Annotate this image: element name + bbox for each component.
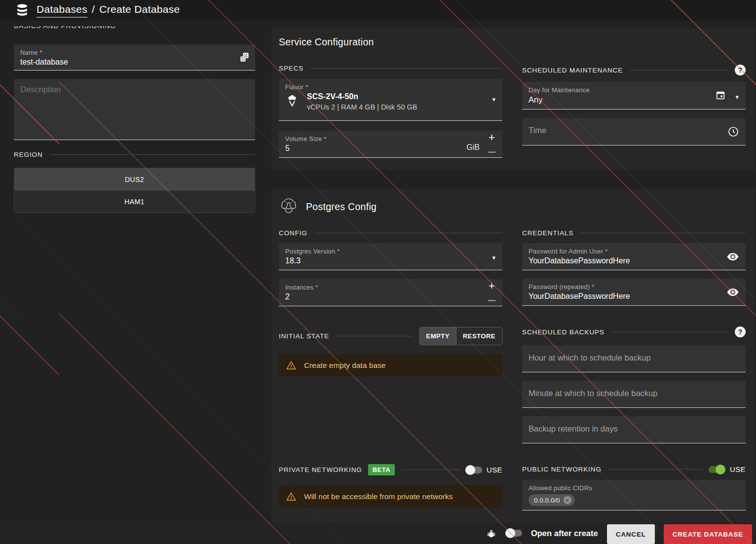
scheduled-maintenance-section: SCHEDULED MAINTENANCE ?: [522, 65, 746, 75]
maintenance-time-input[interactable]: [522, 118, 715, 143]
public-networking-section: PUBLIC NETWORKING USE: [522, 465, 746, 473]
instances-label: Instances *: [279, 279, 502, 291]
footer-action-bar: Open after create CANCEL CREATE DATABASE: [0, 522, 756, 544]
cancel-button[interactable]: CANCEL: [607, 524, 655, 544]
initial-state-restore-tab[interactable]: RESTORE: [456, 327, 502, 345]
password-visibility-eye-icon[interactable]: [726, 252, 739, 262]
public-networking-toggle[interactable]: [709, 466, 725, 473]
postgres-version-caret-icon[interactable]: ▾: [492, 254, 495, 261]
public-networking-label: PUBLIC NETWORKING: [522, 466, 602, 473]
open-after-create-toggle[interactable]: [505, 530, 522, 537]
admin-password-input[interactable]: [522, 255, 710, 270]
maintenance-day-select[interactable]: Day for Maintenance Any ▾: [522, 82, 746, 109]
volume-increment-icon[interactable]: +: [489, 133, 495, 143]
breadcrumb-separator: /: [92, 3, 95, 15]
postgres-version-label: Postgres Version *: [279, 243, 502, 255]
private-networking-toggle[interactable]: [465, 467, 482, 473]
create-database-button[interactable]: CREATE DATABASE: [664, 524, 752, 544]
config-section: CONFIG: [279, 229, 502, 237]
credentials-section: CREDENTIALS: [522, 229, 746, 237]
region-option-ham1[interactable]: HAM1: [14, 190, 255, 213]
flavor-icecream-icon: [285, 93, 299, 110]
instances-input[interactable]: [279, 291, 456, 306]
postgres-elephant-icon: [279, 197, 299, 217]
scheduled-backups-section: SCHEDULED BACKUPS ?: [522, 326, 746, 337]
breadcrumb-databases-link[interactable]: Databases: [37, 3, 87, 18]
flavor-caret-icon[interactable]: ▾: [492, 96, 495, 103]
backup-retention-field[interactable]: [522, 416, 746, 443]
postgres-version-select[interactable]: Postgres Version * ▾: [279, 243, 502, 270]
postgres-config-title: Postgres Config: [306, 201, 377, 213]
basics-panel: BASICS AND PROVISIONING Name * REGION DU…: [14, 26, 255, 213]
allowed-cidrs-field[interactable]: Allowed public CIDRs 0.0.0.0/0 ✕: [522, 480, 746, 510]
private-networking-warning: Will not be accessible from private netw…: [279, 485, 502, 508]
instances-field[interactable]: Instances * + —: [279, 279, 502, 306]
open-after-create-label: Open after create: [531, 529, 598, 538]
service-configuration-title: Service Configuration: [279, 28, 748, 48]
description-field[interactable]: [14, 79, 255, 140]
clock-icon[interactable]: [727, 126, 739, 138]
breadcrumb: Databases / Create Database: [37, 3, 180, 18]
description-input[interactable]: [14, 79, 255, 140]
maintenance-day-caret-icon[interactable]: ▾: [735, 93, 739, 101]
volume-stepper: + —: [488, 133, 495, 155]
backups-help-icon[interactable]: ?: [735, 326, 746, 337]
backup-retention-input[interactable]: [522, 416, 746, 441]
volume-unit: GiB: [466, 143, 480, 152]
service-configuration-card: Service Configuration SPECS Flavor *: [271, 28, 755, 170]
postgres-version-input[interactable]: [279, 255, 466, 270]
flavor-details: vCPUs 2 | RAM 4 GB | Disk 50 GB: [307, 103, 417, 111]
instances-stepper: + —: [488, 281, 495, 304]
initial-state-label: INITIAL STATE: [279, 332, 329, 340]
name-input[interactable]: [14, 56, 226, 71]
admin-password-label: Password for Admin User *: [522, 243, 746, 255]
region-section-label: REGION: [14, 151, 43, 158]
maintenance-help-icon[interactable]: ?: [735, 65, 746, 75]
maintenance-day-label: Day for Maintenance: [522, 82, 746, 94]
backup-minute-field[interactable]: [522, 381, 746, 408]
basics-section-label-clipped: BASICS AND PROVISIONING: [14, 26, 255, 32]
volume-size-label: Volume Size *: [279, 131, 502, 143]
initial-state-section: INITIAL STATE EMPTY RESTORE: [279, 327, 502, 345]
page-title: Create Database: [99, 3, 180, 15]
initial-state-segmented: EMPTY RESTORE: [419, 327, 502, 345]
private-networking-label: PRIVATE NETWORKING: [279, 466, 362, 473]
cidr-chip-remove-icon[interactable]: ✕: [564, 496, 571, 504]
initial-state-empty-tab[interactable]: EMPTY: [420, 327, 456, 345]
repeat-password-label: Password (repeated) *: [522, 279, 746, 290]
postgres-config-card: Postgres Config CONFIG Postgres Version …: [271, 189, 755, 544]
volume-size-field[interactable]: Volume Size * GiB + —: [279, 131, 502, 158]
backup-hour-field[interactable]: [522, 345, 746, 372]
empty-database-warning: Create empty data base: [279, 355, 502, 376]
flavor-label: Flavor *: [279, 79, 502, 91]
backup-minute-input[interactable]: [522, 381, 746, 406]
backup-hour-input[interactable]: [522, 345, 746, 370]
warning-triangle-icon: [286, 491, 297, 502]
instances-decrement-icon[interactable]: —: [488, 297, 495, 304]
calendar-icon[interactable]: [715, 90, 726, 101]
credentials-section-label: CREDENTIALS: [522, 229, 573, 237]
name-field[interactable]: Name *: [14, 44, 255, 71]
password-visibility-eye-icon[interactable]: [726, 287, 739, 298]
volume-decrement-icon[interactable]: —: [488, 148, 495, 155]
debug-bug-icon[interactable]: [486, 528, 496, 539]
empty-database-warning-text: Create empty data base: [304, 361, 385, 370]
maintenance-day-value: Any: [522, 94, 746, 106]
repeat-password-field[interactable]: Password (repeated) *: [522, 279, 746, 306]
region-section-line: [50, 154, 255, 155]
private-networking-section: PRIVATE NETWORKING BETA USE: [279, 464, 502, 475]
cidr-chip-value: 0.0.0.0/0: [534, 497, 560, 504]
admin-password-field[interactable]: Password for Admin User *: [522, 243, 746, 270]
config-section-label: CONFIG: [279, 229, 307, 237]
instances-increment-icon[interactable]: +: [489, 281, 495, 291]
maintenance-time-field[interactable]: [522, 118, 746, 145]
public-networking-use-label: USE: [730, 465, 746, 473]
region-section: REGION: [14, 151, 255, 158]
database-logo-icon: [15, 3, 30, 18]
region-list: DUS2 HAM1: [14, 168, 255, 213]
random-name-dice-icon[interactable]: [238, 51, 250, 63]
repeat-password-input[interactable]: [522, 290, 710, 305]
flavor-select[interactable]: Flavor * SCS-2V-4-50n vCPUs 2 | RAM 4 GB…: [279, 79, 502, 121]
region-option-dus2[interactable]: DUS2: [14, 168, 255, 190]
volume-size-input[interactable]: [279, 143, 442, 157]
